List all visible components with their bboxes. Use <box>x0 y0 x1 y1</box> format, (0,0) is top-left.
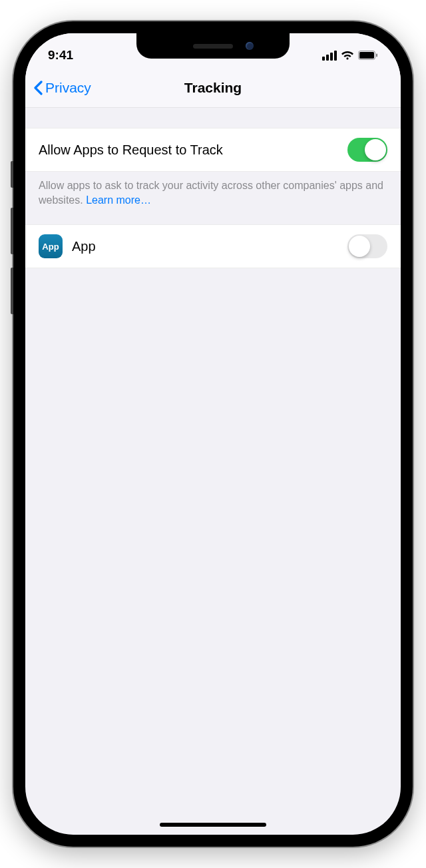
battery-icon <box>358 51 378 60</box>
app-icon: App <box>39 234 63 258</box>
allow-tracking-cell: Allow Apps to Request to Track <box>25 128 401 172</box>
status-time: 9:41 <box>48 48 73 63</box>
cellular-icon <box>322 51 337 61</box>
notch <box>136 33 290 59</box>
screen: 9:41 Privacy Tracking All <box>25 33 401 835</box>
chevron-left-icon <box>33 81 43 95</box>
app-tracking-toggle[interactable] <box>347 234 387 258</box>
back-label: Privacy <box>45 80 91 96</box>
svg-rect-2 <box>376 54 377 57</box>
app-name: App <box>72 239 347 254</box>
learn-more-link[interactable]: Learn more… <box>86 194 151 206</box>
back-button[interactable]: Privacy <box>33 80 91 96</box>
svg-rect-1 <box>359 52 374 59</box>
allow-tracking-toggle[interactable] <box>347 138 387 162</box>
app-tracking-cell: App App <box>25 224 401 268</box>
tracking-footer: Allow apps to ask to track your activity… <box>25 172 401 224</box>
allow-tracking-label: Allow Apps to Request to Track <box>39 142 347 158</box>
nav-bar: Privacy Tracking <box>25 68 401 108</box>
phone-frame: 9:41 Privacy Tracking All <box>13 21 413 847</box>
wifi-icon <box>341 51 354 61</box>
page-title: Tracking <box>184 80 242 96</box>
home-indicator[interactable] <box>160 823 266 827</box>
